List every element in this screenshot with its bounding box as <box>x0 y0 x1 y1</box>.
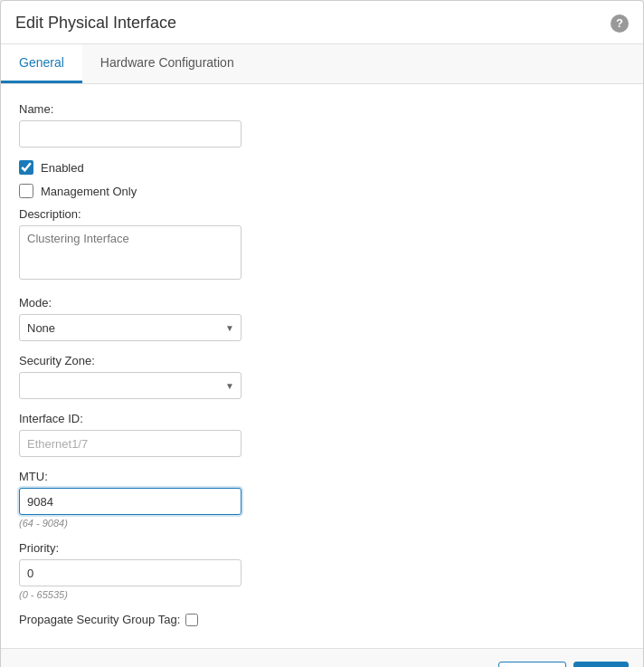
interface-id-label: Interface ID: <box>19 412 625 425</box>
security-zone-label: Security Zone: <box>19 354 625 367</box>
interface-id-row: Interface ID: <box>19 412 625 457</box>
ok-button[interactable]: OK <box>573 662 629 667</box>
priority-input[interactable] <box>19 559 242 586</box>
mtu-hint: (64 - 9084) <box>19 518 625 529</box>
propagate-sgt-container: Propagate Security Group Tag: <box>19 613 625 626</box>
propagate-sgt-label: Propagate Security Group Tag: <box>19 613 180 626</box>
description-input[interactable] <box>19 225 242 280</box>
priority-row: Priority: (0 - 65535) <box>19 541 625 600</box>
mtu-label: MTU: <box>19 470 625 483</box>
propagate-sgt-checkbox[interactable] <box>185 614 198 626</box>
tab-hardware-configuration[interactable]: Hardware Configuration <box>82 44 252 83</box>
tab-bar: General Hardware Configuration <box>1 44 643 84</box>
security-zone-row: Security Zone: <box>19 354 625 399</box>
name-row: Name: <box>19 102 625 148</box>
enabled-label: Enabled <box>41 161 84 175</box>
propagate-sgt-row: Propagate Security Group Tag: <box>19 613 625 626</box>
description-label: Description: <box>19 207 625 221</box>
dialog-header: Edit Physical Interface ? <box>1 1 643 44</box>
edit-physical-interface-dialog: Edit Physical Interface ? General Hardwa… <box>0 0 644 667</box>
mode-select[interactable]: None <box>19 314 242 341</box>
dialog-footer: Close OK <box>1 648 643 667</box>
description-row: Description: <box>19 207 625 283</box>
interface-id-input[interactable] <box>19 430 242 457</box>
mode-row: Mode: None <box>19 296 625 341</box>
name-input[interactable] <box>19 120 242 148</box>
help-icon[interactable]: ? <box>611 14 629 33</box>
priority-label: Priority: <box>19 541 625 555</box>
dialog-body: Name: Enabled Management Only Descriptio… <box>1 84 643 648</box>
mode-label: Mode: <box>19 296 625 310</box>
close-button[interactable]: Close <box>498 662 566 667</box>
security-zone-select[interactable] <box>19 372 242 399</box>
dialog-title: Edit Physical Interface <box>15 14 176 33</box>
name-label: Name: <box>19 102 625 116</box>
mode-select-wrapper: None <box>19 314 242 341</box>
mtu-input[interactable] <box>19 488 242 515</box>
management-only-checkbox[interactable] <box>19 184 33 198</box>
management-only-row: Management Only <box>19 184 625 198</box>
enabled-checkbox[interactable] <box>19 160 33 175</box>
management-only-label: Management Only <box>41 185 137 198</box>
security-zone-select-wrapper <box>19 372 242 399</box>
priority-hint: (0 - 65535) <box>19 589 625 600</box>
enabled-row: Enabled <box>19 160 625 175</box>
tab-general[interactable]: General <box>1 44 82 83</box>
mtu-row: MTU: (64 - 9084) <box>19 470 625 529</box>
